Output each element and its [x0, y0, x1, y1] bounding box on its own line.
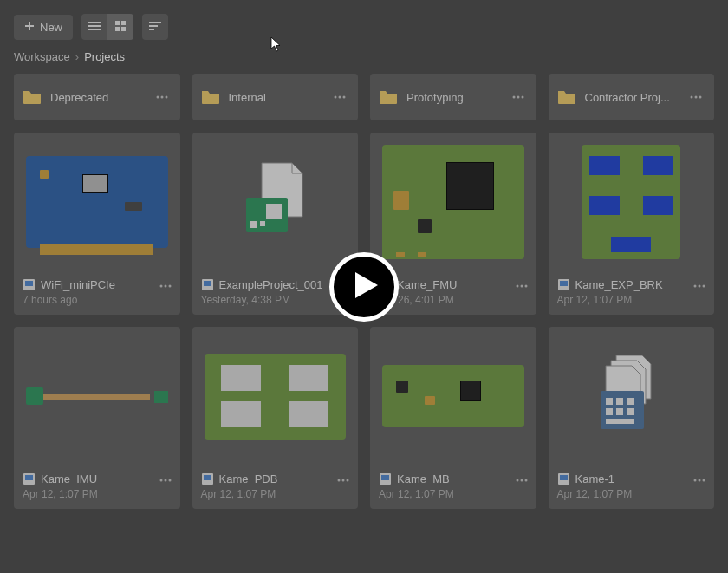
new-button[interactable]: New — [14, 15, 73, 40]
svg-rect-3 — [88, 25, 101, 27]
project-date: Apr 12, 1:07 PM — [201, 488, 350, 500]
project-date: 7 hours ago — [23, 294, 172, 306]
svg-point-14 — [165, 96, 167, 99]
sort-icon — [149, 19, 161, 35]
more-button[interactable] — [156, 471, 175, 490]
folder-card[interactable]: Deprecated — [14, 74, 180, 120]
project-thumbnail — [370, 327, 536, 466]
folder-icon — [201, 89, 220, 105]
more-button[interactable] — [509, 88, 528, 107]
project-icon — [557, 472, 570, 485]
svg-rect-65 — [616, 398, 623, 405]
view-switch — [81, 14, 133, 40]
svg-rect-5 — [115, 21, 120, 25]
project-card[interactable]: Kame-1 Apr 12, 1:07 PM — [549, 327, 715, 509]
more-button[interactable] — [153, 88, 172, 107]
svg-rect-7 — [115, 27, 120, 31]
project-name: Kame-1 — [575, 472, 706, 485]
svg-rect-72 — [560, 475, 568, 480]
more-button[interactable] — [512, 277, 531, 296]
folder-icon — [557, 89, 576, 105]
svg-point-73 — [694, 479, 697, 482]
svg-point-26 — [159, 285, 162, 288]
project-icon — [201, 472, 214, 485]
project-date: Apr 12, 1:07 PM — [557, 488, 706, 500]
sort-button[interactable] — [142, 14, 168, 40]
more-button[interactable] — [690, 277, 709, 296]
new-button-label: New — [40, 21, 62, 34]
svg-rect-49 — [25, 475, 33, 480]
more-button[interactable] — [334, 471, 353, 490]
project-name: Kame_PDB — [219, 472, 350, 485]
svg-point-22 — [695, 96, 698, 99]
grid-view-button[interactable] — [107, 14, 133, 40]
more-button[interactable] — [690, 471, 709, 490]
project-date: Apr 12, 1:07 PM — [557, 294, 706, 306]
project-card[interactable]: Kame_EXP_BRK Apr 12, 1:07 PM — [549, 133, 715, 315]
list-view-button[interactable] — [81, 14, 107, 40]
svg-rect-25 — [25, 281, 33, 286]
project-card[interactable]: Kame_MB Apr 12, 1:07 PM — [370, 327, 536, 509]
svg-point-75 — [703, 479, 705, 482]
svg-rect-59 — [381, 475, 389, 480]
svg-rect-31 — [250, 221, 257, 228]
list-icon — [88, 19, 101, 35]
folder-name: Prototyping — [406, 91, 500, 104]
svg-point-13 — [160, 96, 163, 99]
svg-rect-10 — [149, 25, 158, 27]
folder-card[interactable]: Prototyping — [370, 74, 536, 120]
svg-rect-54 — [204, 475, 211, 480]
play-button[interactable] — [329, 252, 399, 322]
svg-rect-67 — [606, 408, 613, 415]
svg-rect-70 — [606, 419, 634, 424]
more-button[interactable] — [512, 471, 531, 490]
breadcrumb: Workspace › Projects — [0, 47, 728, 74]
project-card[interactable]: WiFi_miniPCIe 7 hours ago — [14, 133, 180, 315]
svg-point-74 — [699, 479, 701, 482]
play-icon — [348, 270, 380, 303]
svg-rect-66 — [627, 398, 634, 405]
svg-rect-8 — [121, 27, 126, 31]
chevron-right-icon: › — [75, 50, 79, 63]
svg-point-57 — [347, 479, 349, 482]
project-card[interactable]: Kame_PDB Apr 12, 1:07 PM — [192, 327, 359, 509]
svg-point-61 — [520, 479, 523, 482]
svg-point-17 — [343, 96, 346, 99]
project-icon — [379, 472, 392, 485]
project-date: Apr 26, 4:01 PM — [379, 294, 528, 306]
project-icon — [201, 278, 214, 291]
project-thumbnail — [370, 133, 536, 271]
project-name: Kame_EXP_BRK — [575, 278, 706, 291]
svg-rect-64 — [606, 398, 613, 405]
project-name: Kame_IMU — [41, 472, 172, 485]
project-thumbnail — [192, 133, 359, 271]
folders-grid: Deprecated Internal Prototyping Contract… — [0, 74, 728, 120]
breadcrumb-root[interactable]: Workspace — [14, 50, 70, 63]
project-date: Apr 12, 1:07 PM — [23, 488, 172, 500]
project-card[interactable]: Kame_IMU Apr 12, 1:07 PM — [14, 327, 180, 509]
svg-rect-6 — [121, 21, 126, 25]
plus-icon — [24, 21, 35, 34]
folder-card[interactable]: Internal — [192, 74, 359, 120]
more-button[interactable] — [686, 88, 705, 107]
project-name: Kame_FMU — [397, 278, 528, 291]
svg-point-27 — [164, 285, 166, 288]
more-button[interactable] — [156, 277, 175, 296]
svg-point-52 — [168, 479, 171, 482]
svg-rect-69 — [627, 408, 634, 415]
project-icon — [23, 278, 36, 291]
svg-point-21 — [691, 96, 693, 99]
svg-point-47 — [703, 285, 705, 288]
svg-point-45 — [694, 285, 697, 288]
project-thumbnail — [549, 133, 715, 271]
project-name: WiFi_miniPCIe — [41, 278, 172, 291]
more-button[interactable] — [330, 88, 349, 107]
svg-rect-2 — [88, 22, 101, 23]
svg-point-46 — [699, 285, 701, 288]
folder-card[interactable]: Contractor Proj... — [549, 74, 715, 120]
svg-point-56 — [342, 479, 345, 482]
svg-rect-44 — [560, 281, 568, 286]
project-thumbnail — [549, 327, 715, 466]
project-thumbnail — [192, 327, 359, 466]
folder-name: Deprecated — [50, 91, 144, 104]
